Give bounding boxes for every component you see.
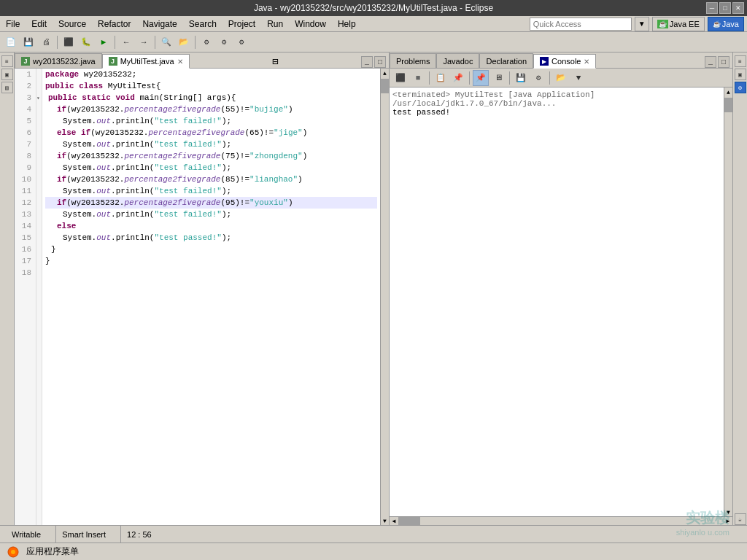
minimize-console[interactable]: _ bbox=[705, 56, 716, 68]
menu-navigate[interactable]: Navigate bbox=[136, 18, 182, 31]
tab-myutiltest[interactable]: J MyUtilTest.java ✕ bbox=[102, 54, 190, 69]
right-panel: Problems Javadoc Declaration ▶ Console ✕… bbox=[390, 52, 732, 525]
save-button[interactable]: 💾 bbox=[20, 34, 36, 50]
status-bar: Writable Smart Insert 12 : 56 bbox=[0, 525, 747, 542]
debug-button[interactable]: 🐛 bbox=[78, 34, 94, 50]
right-icon-4[interactable]: ☕ bbox=[735, 513, 746, 525]
side-icon-2[interactable]: ▣ bbox=[1, 69, 13, 80]
menu-run[interactable]: Run bbox=[261, 18, 289, 31]
con-scroll-right[interactable]: ▶ bbox=[724, 517, 732, 525]
tab-label-mut: MyUtilTest.java bbox=[120, 57, 174, 66]
console-test-output: test passed! bbox=[392, 108, 729, 117]
console-clear[interactable]: ⬛ bbox=[392, 70, 409, 86]
right-icon-2[interactable]: ▣ bbox=[735, 69, 746, 80]
status-writable: Writable bbox=[6, 526, 47, 542]
run-button[interactable]: ▶ bbox=[96, 34, 112, 50]
close-button[interactable]: ✕ bbox=[732, 2, 744, 14]
menu-source[interactable]: Source bbox=[53, 18, 92, 31]
maximize-button[interactable]: □ bbox=[719, 2, 731, 14]
menu-help[interactable]: Help bbox=[332, 18, 362, 31]
console-pin[interactable]: 📌 bbox=[473, 70, 489, 86]
console-stop[interactable]: ■ bbox=[410, 70, 426, 86]
code-line-3: public static void main(String[] args){ bbox=[45, 92, 377, 104]
java-ee-perspective[interactable]: ☕ Java EE bbox=[652, 17, 705, 31]
editor-tabs: J wy20135232.java J MyUtilTest.java ✕ ⊟ … bbox=[15, 52, 389, 69]
minimize-editor[interactable]: _ bbox=[361, 56, 373, 68]
editor-scroll-v[interactable]: ▲ ▼ bbox=[380, 69, 389, 525]
forward-button[interactable]: → bbox=[136, 34, 152, 50]
con-scroll-left[interactable]: ◀ bbox=[390, 517, 398, 525]
maximize-editor[interactable]: □ bbox=[374, 56, 386, 68]
code-area: 1 2 3 4 5 6 7 8 9 10 11 12 13 14 15 16 1 bbox=[15, 69, 389, 525]
con-scroll-up[interactable]: ▲ bbox=[724, 88, 732, 96]
menu-refactor[interactable]: Refactor bbox=[92, 18, 136, 31]
quick-access-button[interactable]: ▼ bbox=[635, 17, 649, 31]
menu-window[interactable]: Window bbox=[289, 18, 332, 31]
tab-wy20135232[interactable]: J wy20135232.java bbox=[15, 53, 102, 68]
sep4 bbox=[195, 36, 196, 49]
console-tab-buttons: _ □ bbox=[705, 56, 732, 68]
tab-javadoc[interactable]: Javadoc bbox=[436, 53, 479, 68]
code-line-6: else if(wy20135232.percentage2fivegrade(… bbox=[45, 127, 377, 139]
search-button[interactable]: 🔍 bbox=[158, 34, 174, 50]
tab-problems[interactable]: Problems bbox=[390, 53, 436, 68]
side-icon-1[interactable]: ≡ bbox=[1, 55, 13, 67]
taskbar-app-menu-label[interactable]: 应用程序菜单 bbox=[26, 545, 79, 558]
sep-con1 bbox=[429, 71, 430, 85]
console-dropdown[interactable]: ▼ bbox=[570, 70, 587, 86]
back-button[interactable]: ← bbox=[118, 34, 134, 50]
menu-search[interactable]: Search bbox=[183, 18, 222, 31]
taskbar-app-icon[interactable] bbox=[6, 545, 20, 559]
con-scroll-thumb-h[interactable] bbox=[398, 517, 420, 525]
title-bar: Java - wy20135232/src/wy20135232/MyUtilT… bbox=[0, 0, 747, 16]
code-line-9: System.out.println("test failed!"); bbox=[45, 162, 377, 174]
tab-overflow-menu[interactable]: ⊟ bbox=[272, 55, 278, 68]
print-button[interactable]: 🖨 bbox=[38, 34, 54, 50]
run-last-button[interactable]: ⬛ bbox=[61, 34, 77, 50]
console-paste[interactable]: 📌 bbox=[450, 70, 466, 86]
tab-label-console: Console bbox=[551, 57, 581, 66]
tab-declaration[interactable]: Declaration bbox=[479, 53, 533, 68]
tab-close-mut[interactable]: ✕ bbox=[177, 58, 183, 66]
extra2[interactable]: ⚙ bbox=[216, 34, 232, 50]
sep2 bbox=[115, 36, 115, 49]
extra1[interactable]: ⚙ bbox=[198, 34, 214, 50]
java-perspective[interactable]: ☕ Java bbox=[708, 17, 744, 31]
console-save[interactable]: 💾 bbox=[513, 70, 529, 86]
console-options[interactable]: ⚙ bbox=[530, 70, 546, 86]
tab-label-javadoc: Javadoc bbox=[443, 57, 473, 66]
code-text[interactable]: package wy20135232; public class MyUtilT… bbox=[42, 69, 380, 525]
menu-project[interactable]: Project bbox=[222, 18, 261, 31]
new-button[interactable]: 📄 bbox=[3, 34, 19, 50]
console-scroll-v[interactable]: ▲ ▼ bbox=[724, 88, 732, 516]
scroll-thumb-v[interactable] bbox=[381, 79, 389, 93]
scroll-up[interactable]: ▲ bbox=[381, 69, 389, 77]
side-panel-left: ≡ ▣ ▤ bbox=[0, 52, 15, 525]
maximize-console[interactable]: □ bbox=[718, 56, 729, 68]
tab-close-console[interactable]: ✕ bbox=[584, 58, 589, 66]
code-line-10: if(wy20135232.percentage2fivegrade(85)!=… bbox=[45, 174, 377, 185]
tab-icon-wy: J bbox=[21, 57, 30, 66]
right-icon-1[interactable]: ≡ bbox=[735, 55, 746, 67]
line-numbers: 1 2 3 4 5 6 7 8 9 10 11 12 13 14 15 16 1 bbox=[15, 69, 36, 525]
console-open-file[interactable]: 📂 bbox=[553, 70, 569, 86]
console-scroll-h[interactable]: ◀ ▶ bbox=[390, 516, 732, 525]
minimize-button[interactable]: ─ bbox=[706, 2, 718, 14]
fold-marker-3[interactable]: ▾ bbox=[36, 92, 42, 104]
menu-file[interactable]: File bbox=[0, 18, 26, 31]
console-new[interactable]: 🖥 bbox=[490, 70, 506, 86]
extra3[interactable]: ⚙ bbox=[233, 34, 249, 50]
console-copy[interactable]: 📋 bbox=[433, 70, 449, 86]
console-tabs: Problems Javadoc Declaration ▶ Console ✕… bbox=[390, 52, 732, 69]
right-icon-3[interactable]: ⚙ bbox=[735, 82, 746, 93]
tab-label-problems: Problems bbox=[396, 57, 430, 66]
menu-edit[interactable]: Edit bbox=[26, 18, 53, 31]
scroll-down[interactable]: ▼ bbox=[381, 516, 389, 525]
con-scroll-thumb[interactable] bbox=[724, 98, 732, 112]
open-button[interactable]: 📂 bbox=[176, 34, 192, 50]
tab-console[interactable]: ▶ Console ✕ bbox=[533, 54, 596, 69]
quick-access-input[interactable] bbox=[530, 18, 632, 31]
con-scroll-down[interactable]: ▼ bbox=[724, 508, 732, 516]
editor-content[interactable]: 1 2 3 4 5 6 7 8 9 10 11 12 13 14 15 16 1 bbox=[15, 69, 389, 525]
side-icon-3[interactable]: ▤ bbox=[1, 82, 13, 93]
